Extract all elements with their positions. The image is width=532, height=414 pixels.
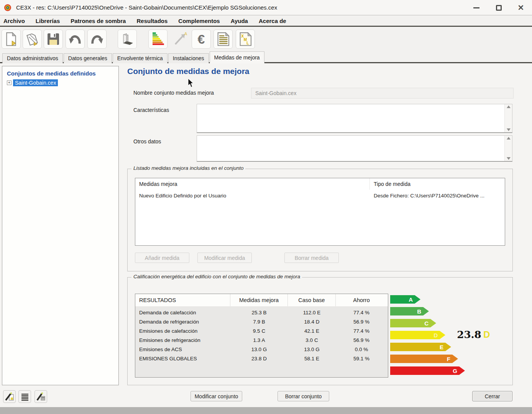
- maximize-button[interactable]: [488, 0, 510, 15]
- building-3d-icon: [120, 31, 135, 47]
- column-ahorro: Ahorro: [336, 294, 387, 306]
- svg-text:L: L: [246, 41, 249, 45]
- save-icon: [46, 31, 61, 47]
- redo-icon: [89, 31, 105, 47]
- value-caso-base: 58.1 E: [288, 356, 336, 361]
- caracteristicas-textarea[interactable]: [197, 104, 504, 132]
- mouse-cursor: [188, 78, 195, 88]
- toolbar: A € XML: [0, 28, 532, 51]
- tab-envolvente-termica[interactable]: Envolvente térmica: [113, 53, 167, 63]
- measure-building-icon: [36, 392, 46, 402]
- scroll-down-icon[interactable]: [507, 157, 511, 160]
- results-table: RESULTADOS Medidas mejora Caso base Ahor…: [135, 294, 388, 378]
- app-logo-icon: [4, 4, 11, 12]
- undo-button[interactable]: [66, 30, 85, 49]
- menu-complementos[interactable]: Complementos: [173, 18, 225, 24]
- value-ahorro: 56.9 %: [336, 319, 387, 325]
- measure-document-button[interactable]: [3, 390, 16, 403]
- value-ahorro: 77.4 %: [336, 328, 387, 334]
- undo-icon: [67, 31, 83, 47]
- scroll-up-icon[interactable]: [507, 137, 511, 140]
- menu-acerca-de[interactable]: Acerca de: [253, 18, 292, 24]
- menu-librerias[interactable]: Librerías: [30, 18, 65, 24]
- column-medidas-mejora: Medidas mejora: [230, 294, 288, 306]
- menu-archivo[interactable]: Archivo: [0, 18, 30, 24]
- report-button[interactable]: [213, 30, 233, 49]
- energy-arrow-A: A: [390, 295, 420, 304]
- measures-list-icon: [20, 392, 30, 402]
- costs-button[interactable]: €: [192, 30, 211, 49]
- euro-icon: €: [198, 32, 205, 47]
- anadir-medida-button[interactable]: Añadir medida: [135, 253, 189, 263]
- scroll-up-icon[interactable]: [507, 105, 511, 108]
- measures-table-header: Medidas mejora Tipo de medida: [135, 178, 505, 190]
- tab-instalaciones[interactable]: Instalaciones: [168, 53, 209, 63]
- measure-name[interactable]: Nuevo Edificio Definido por el Usuario: [135, 193, 370, 199]
- measures-list-button[interactable]: [18, 390, 31, 403]
- measure-row[interactable]: Nuevo Edificio Definido por el Usuario D…: [135, 190, 505, 201]
- measure-document-icon: [5, 392, 15, 402]
- energy-rating-icon: [150, 31, 166, 47]
- table-row: EMISIONES GLOBALES 23.8 D 58.1 E 59.1 %: [135, 354, 388, 363]
- nombre-input[interactable]: [251, 88, 514, 99]
- column-caso-base: Caso base: [288, 294, 336, 306]
- value-caso-base: 42.1 E: [288, 328, 336, 334]
- tree-item-saint-gobain[interactable]: + Saint-Gobain.cex: [7, 79, 118, 86]
- energy-arrow-C: C: [390, 319, 436, 327]
- open-file-button[interactable]: [23, 30, 42, 49]
- value-medidas: 13.0 G: [230, 347, 288, 352]
- menu-patrones-de-sombra[interactable]: Patrones de sombra: [65, 18, 131, 24]
- scroll-down-icon[interactable]: [507, 128, 511, 131]
- value-caso-base: 18.4 D: [288, 319, 336, 325]
- minimize-button[interactable]: [465, 0, 488, 15]
- rating-letter: A: [409, 296, 420, 303]
- borrar-medida-button[interactable]: Borrar medida: [284, 253, 339, 263]
- current-rating-letter: D: [483, 329, 490, 340]
- title-bar: CE3X - res: C:\Users\P7140025\OneDrive -…: [0, 0, 532, 15]
- new-file-button[interactable]: [2, 30, 21, 49]
- borrar-conjunto-button[interactable]: Borrar conjunto: [277, 391, 329, 401]
- table-row: Emisiones de ACS 13.0 G 13.0 G 0.0 %: [135, 345, 388, 354]
- value-ahorro: 59.1 %: [336, 356, 387, 361]
- otros-datos-textarea[interactable]: [197, 136, 504, 161]
- measure-type[interactable]: Desde Fichero: C:\Users\P7140025\OneDriv…: [370, 193, 505, 199]
- menu-ayuda[interactable]: Ayuda: [225, 18, 253, 24]
- tree-expand-icon[interactable]: +: [7, 80, 11, 85]
- energy-arrow-G: G: [390, 366, 465, 375]
- otros-datos-scrollbar[interactable]: [504, 136, 512, 161]
- close-button[interactable]: ✕: [510, 0, 532, 15]
- energy-arrow-B: B: [390, 307, 429, 315]
- results-table-header: RESULTADOS Medidas mejora Caso base Ahor…: [135, 294, 388, 306]
- modificar-conjunto-button[interactable]: Modificar conjunto: [190, 391, 242, 401]
- tab-datos-administrativos[interactable]: Datos administrativos: [2, 53, 63, 63]
- report-icon: [215, 31, 231, 47]
- export-xml-button[interactable]: XML: [236, 30, 255, 49]
- energy-arrow-D: D: [390, 331, 445, 339]
- cerrar-button[interactable]: Cerrar: [472, 391, 512, 401]
- improve-rating-button[interactable]: A: [170, 30, 189, 49]
- redo-button[interactable]: [87, 30, 107, 49]
- measure-building-button[interactable]: [34, 390, 47, 403]
- tab-datos-generales[interactable]: Datos generales: [64, 53, 112, 63]
- nombre-label: Nombre conjunto medidas mejora: [133, 90, 214, 96]
- rating-letter: D: [433, 332, 445, 338]
- tree-item-label[interactable]: Saint-Gobain.cex: [13, 79, 58, 86]
- building-3d-button[interactable]: [118, 30, 137, 49]
- measures-table: Medidas mejora Tipo de medida Nuevo Edif…: [135, 178, 505, 246]
- new-file-icon: [3, 31, 19, 47]
- energy-rating-button[interactable]: [148, 30, 167, 49]
- menu-resultados[interactable]: Resultados: [131, 18, 173, 24]
- otros-datos-field: [197, 135, 512, 162]
- column-resultados: RESULTADOS: [135, 294, 230, 306]
- row-label: Emisiones de calefacción: [135, 328, 230, 334]
- value-ahorro: 0.0 %: [336, 347, 387, 352]
- value-medidas: 9.5 C: [230, 328, 288, 334]
- rating-letter: F: [447, 356, 458, 362]
- value-medidas: 7.9 B: [230, 319, 288, 325]
- tab-medidas-de-mejora[interactable]: Medidas de mejora: [210, 51, 264, 63]
- row-label: Emisiones de ACS: [135, 347, 230, 352]
- save-button[interactable]: [44, 30, 63, 49]
- caracteristicas-scrollbar[interactable]: [504, 104, 512, 132]
- value-ahorro: 77.4 %: [336, 310, 387, 315]
- modificar-medida-button[interactable]: Modificar medida: [197, 253, 252, 263]
